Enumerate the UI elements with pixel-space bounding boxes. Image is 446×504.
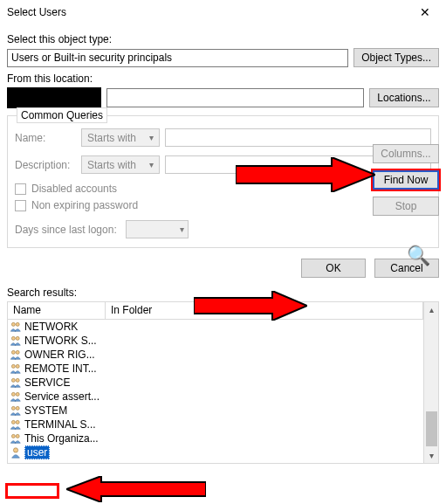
chevron-down-icon: ▾ [149,160,154,169]
svg-point-11 [16,392,19,396]
days-select[interactable]: ▾ [126,220,189,238]
description-mode-value: Starts with [87,159,136,171]
results-header: Name In Folder [8,302,423,320]
table-row[interactable]: OWNER RIG... [8,348,423,362]
scroll-up-arrow[interactable]: ▴ [424,302,438,317]
svg-point-7 [16,364,19,368]
name-mode-select[interactable]: Starts with ▾ [81,128,160,147]
from-location-input[interactable] [106,88,364,107]
common-queries-legend: Common Queries [17,107,107,123]
group-icon [10,376,22,389]
group-icon [10,418,22,431]
disabled-accounts-label: Disabled accounts [31,183,117,195]
days-row: Days since last logon: ▾ [15,220,431,238]
row-name: REMOTE INT... [24,362,97,375]
close-icon: ✕ [420,5,430,19]
column-name[interactable]: Name [8,302,106,319]
group-icon [10,349,22,361]
non-expiring-checkbox[interactable] [15,200,26,211]
row-name: SERVICE [24,376,70,389]
vertical-scrollbar[interactable]: ▴ ▾ [423,302,438,463]
annotation-highlight-user [5,483,59,499]
group-icon [10,390,22,403]
table-row[interactable]: Service assert... [8,390,423,404]
disabled-accounts-row: Disabled accounts [15,183,431,195]
table-row[interactable]: TERMINAL S... [8,418,423,432]
svg-point-4 [11,350,15,354]
svg-point-14 [11,420,15,424]
search-results: Name In Folder NETWORKNETWORK S...OWNER … [7,301,439,464]
row-name: TERMINAL S... [24,418,96,431]
svg-point-3 [16,336,19,340]
svg-point-5 [16,350,19,354]
columns-button[interactable]: Columns... [373,144,439,163]
svg-point-6 [11,364,15,368]
query-grid: Name: Starts with ▾ Description: Starts … [15,128,431,174]
table-row[interactable]: SYSTEM [8,404,423,418]
object-type-input[interactable] [7,49,348,67]
results-body[interactable]: NETWORKNETWORK S...OWNER RIG...REMOTE IN… [8,320,423,463]
chevron-down-icon: ▾ [180,224,184,234]
window-title: Select Users [7,6,66,18]
group-icon [10,362,22,375]
name-label: Name: [15,132,76,144]
svg-point-0 [11,322,15,326]
svg-marker-21 [66,476,206,502]
table-row[interactable]: REMOTE INT... [8,362,423,376]
group-icon [10,321,22,333]
chevron-down-icon: ▾ [149,133,154,142]
scroll-down-arrow[interactable]: ▾ [424,448,438,463]
table-row[interactable]: NETWORK [8,320,423,334]
name-mode-value: Starts with [87,132,136,144]
description-label: Description: [15,159,76,171]
svg-point-13 [16,406,19,410]
annotation-arrow-user [66,476,206,502]
object-type-label: Select this object type: [7,33,439,45]
scroll-thumb[interactable] [426,411,437,446]
results-table: Name In Folder NETWORKNETWORK S...OWNER … [8,302,423,463]
close-button[interactable]: ✕ [409,2,441,23]
svg-point-9 [16,378,19,382]
non-expiring-label: Non expiring password [31,199,138,211]
group-icon [10,404,22,417]
svg-point-15 [16,420,19,424]
table-row[interactable]: NETWORK S... [8,334,423,348]
non-expiring-row: Non expiring password [15,199,431,211]
from-location-label: From this location: [7,72,439,85]
row-name: OWNER RIG... [24,349,95,361]
row-name: NETWORK [24,321,78,333]
group-icon [10,335,22,347]
locations-button[interactable]: Locations... [369,88,439,107]
description-mode-select[interactable]: Starts with ▾ [81,155,160,174]
dialog-buttons: OK Cancel [7,259,439,278]
search-results-label: Search results: [0,281,446,301]
row-name: This Organiza... [24,432,99,445]
table-row[interactable]: This Organiza... [8,432,423,445]
from-location-redacted [7,87,101,108]
row-name: Service assert... [24,390,99,403]
svg-point-12 [11,406,15,410]
side-buttons: Columns... Find Now Stop [373,144,439,216]
row-name: NETWORK S... [24,335,97,347]
row-name: user [24,445,50,459]
object-types-button[interactable]: Object Types... [353,48,439,67]
row-name: SYSTEM [24,404,67,417]
svg-point-1 [16,322,19,326]
svg-point-10 [11,392,15,396]
stop-button[interactable]: Stop [373,197,439,216]
from-location-row: Locations... [7,87,439,108]
svg-point-17 [16,434,19,438]
table-row[interactable]: SERVICE [8,376,423,390]
svg-point-8 [11,378,15,382]
svg-point-2 [11,336,15,340]
column-folder[interactable]: In Folder [106,302,423,319]
ok-button[interactable]: OK [301,259,366,278]
disabled-accounts-checkbox[interactable] [15,183,26,195]
svg-point-18 [13,448,17,452]
magnifier-icon: 🔍 [407,245,430,267]
svg-point-16 [11,434,15,438]
object-type-row: Object Types... [7,48,439,67]
find-now-button[interactable]: Find Now [373,170,439,190]
table-row[interactable]: user [8,445,423,459]
group-icon [10,432,22,445]
